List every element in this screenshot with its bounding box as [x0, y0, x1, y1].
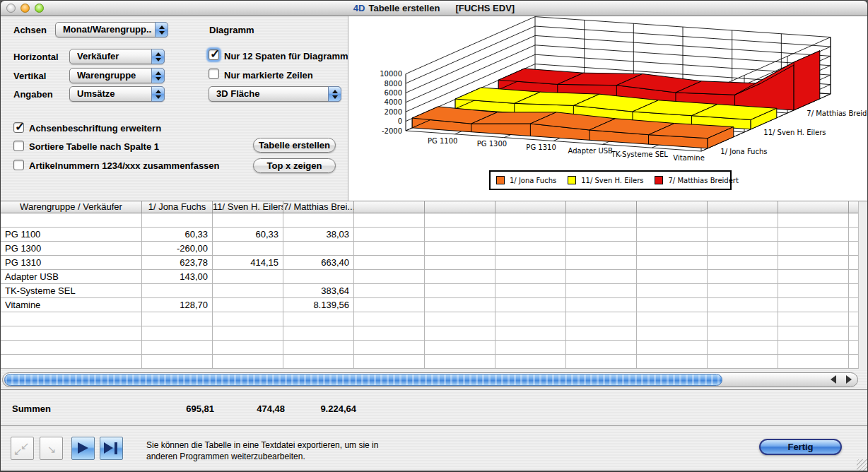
table-cell[interactable]	[708, 242, 778, 256]
table-cell[interactable]	[354, 228, 425, 242]
table-cell[interactable]	[566, 270, 637, 284]
table-cell[interactable]	[778, 312, 849, 326]
table-cell[interactable]	[566, 256, 637, 270]
table-cell[interactable]	[495, 213, 566, 228]
table-cell[interactable]	[708, 312, 778, 326]
table-cell[interactable]	[354, 256, 425, 270]
table-cell[interactable]	[566, 298, 637, 312]
table-header-row[interactable]: Warengruppe / Verkäufer1/ Jona Fuchs11/ …	[1, 201, 858, 213]
table-cell[interactable]	[637, 213, 708, 228]
table-cell[interactable]	[354, 270, 425, 284]
table-cell[interactable]	[142, 341, 213, 355]
table-cell[interactable]	[495, 242, 566, 256]
table-row[interactable]	[1, 213, 858, 228]
table-cell[interactable]	[213, 298, 283, 312]
table-cell[interactable]	[142, 213, 213, 228]
table-cell[interactable]	[778, 355, 849, 369]
table-cell[interactable]	[778, 341, 849, 355]
go-first-button[interactable]: ↙ ↙	[11, 437, 34, 460]
table-cell[interactable]: TK-Systeme SEL	[1, 284, 142, 298]
table-cell[interactable]	[778, 242, 849, 256]
table-cell[interactable]	[283, 355, 354, 369]
fertig-button[interactable]: Fertig	[759, 439, 842, 455]
table-cell[interactable]	[1, 326, 142, 341]
table-cell[interactable]: 383,64	[283, 284, 354, 298]
scrollbar-thumb[interactable]	[4, 374, 722, 386]
table-cell[interactable]: 663,40	[283, 256, 354, 270]
table-cell[interactable]	[354, 213, 425, 228]
table-cell[interactable]	[566, 228, 637, 242]
table-row[interactable]	[1, 355, 858, 369]
table-header-cell[interactable]	[778, 201, 849, 213]
table-cell[interactable]: PG 1100	[1, 228, 142, 242]
table-header-cell[interactable]	[637, 201, 708, 213]
table-cell[interactable]	[566, 213, 637, 228]
angaben-popup[interactable]: Umsätze	[69, 86, 165, 102]
table-header-cell[interactable]: 1/ Jona Fuchs	[142, 201, 213, 213]
achsenbeschriftung-label[interactable]: Achsenbeschriftung erweitern	[29, 123, 161, 134]
nur-markierte-zeilen-label[interactable]: Nur markierte Zeilen	[224, 70, 313, 81]
table-row[interactable]: Adapter USB143,00	[1, 270, 858, 284]
table-row[interactable]: PG 1300-260,00	[1, 242, 858, 256]
table-cell[interactable]	[1, 213, 142, 228]
scroll-left-icon[interactable]	[831, 375, 836, 384]
sortiere-label[interactable]: Sortiere Tabelle nach Spalte 1	[29, 141, 159, 152]
table-cell[interactable]	[213, 326, 283, 341]
table-cell[interactable]	[637, 298, 708, 312]
table-header-cell[interactable]	[849, 201, 858, 213]
table-cell[interactable]	[849, 213, 858, 228]
go-last-button[interactable]	[100, 437, 123, 460]
go-next-button[interactable]	[71, 437, 95, 460]
table-cell[interactable]	[637, 242, 708, 256]
table-cell[interactable]	[778, 256, 849, 270]
table-cell[interactable]	[213, 242, 283, 256]
table-cell[interactable]	[849, 312, 858, 326]
table-cell[interactable]	[283, 213, 354, 228]
table-cell[interactable]: -260,00	[142, 242, 213, 256]
table-cell[interactable]	[708, 213, 778, 228]
table-cell[interactable]	[283, 312, 354, 326]
table-cell[interactable]	[213, 213, 283, 228]
table-cell[interactable]	[495, 298, 566, 312]
table-cell[interactable]	[849, 298, 858, 312]
table-cell[interactable]	[778, 298, 849, 312]
table-cell[interactable]	[637, 312, 708, 326]
top-x-zeigen-button[interactable]: Top x zeigen	[253, 158, 336, 173]
table-cell[interactable]	[637, 355, 708, 369]
table-cell[interactable]: PG 1310	[1, 256, 142, 270]
artikelnummern-label[interactable]: Artikelnummern 1234/xxx zusammenfassen	[29, 160, 220, 171]
table-cell[interactable]: 8.139,56	[283, 298, 354, 312]
table-cell[interactable]	[849, 242, 858, 256]
table-cell[interactable]	[213, 341, 283, 355]
table-cell[interactable]	[1, 312, 142, 326]
table-cell[interactable]: Adapter USB	[1, 270, 142, 284]
horizontal-popup[interactable]: Verkäufer	[69, 49, 165, 64]
table-cell[interactable]	[283, 242, 354, 256]
table-header-cell[interactable]	[566, 201, 637, 213]
table-cell[interactable]: PG 1300	[1, 242, 142, 256]
table-cell[interactable]	[425, 355, 495, 369]
table-cell[interactable]	[425, 270, 495, 284]
table-cell[interactable]	[425, 213, 495, 228]
table-cell[interactable]: 60,33	[142, 228, 213, 242]
artikelnummern-checkbox[interactable]	[13, 160, 24, 170]
table-cell[interactable]	[708, 256, 778, 270]
table-cell[interactable]	[849, 270, 858, 284]
table-cell[interactable]	[354, 326, 425, 341]
table-cell[interactable]	[495, 228, 566, 242]
table-cell[interactable]	[283, 326, 354, 341]
table-cell[interactable]	[708, 298, 778, 312]
table-cell[interactable]	[849, 256, 858, 270]
table-cell[interactable]	[495, 284, 566, 298]
table-cell[interactable]	[425, 256, 495, 270]
table-row[interactable]	[1, 312, 858, 326]
table-cell[interactable]	[354, 298, 425, 312]
table-row[interactable]	[1, 341, 858, 355]
table-row[interactable]: TK-Systeme SEL383,64	[1, 284, 858, 298]
table-cell[interactable]	[637, 256, 708, 270]
table-row[interactable]	[1, 326, 858, 341]
tabelle-erstellen-button[interactable]: Tabelle erstellen	[253, 138, 336, 153]
table-cell[interactable]: Vitamine	[1, 298, 142, 312]
sortiere-checkbox[interactable]	[13, 141, 24, 151]
resize-grip-icon[interactable]	[857, 459, 868, 471]
